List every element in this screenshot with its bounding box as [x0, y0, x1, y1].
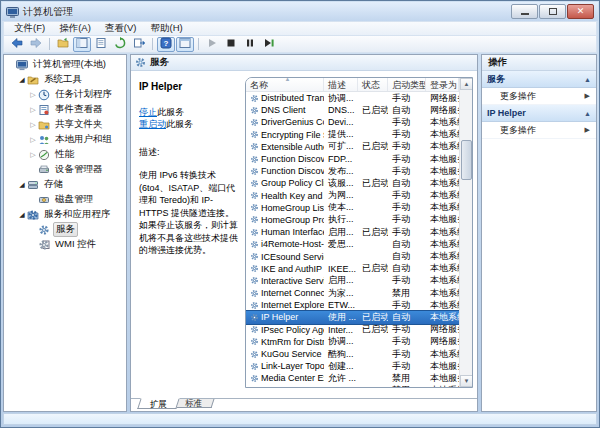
service-row-Group Policy Cli...[interactable]: Group Policy Cli...该服...已启动自动本地系统	[246, 177, 459, 189]
service-row-Health Key and ...[interactable]: Health Key and ...为网...手动本地系统	[246, 190, 459, 202]
refresh-button[interactable]	[111, 37, 129, 52]
maximize-button[interactable]	[539, 4, 566, 19]
service-name: Link-Layer Topol...	[261, 361, 324, 371]
service-name: ICEsound Service	[261, 252, 324, 262]
column-header-1[interactable]: 描述	[324, 78, 358, 91]
scroll-up-icon[interactable]: ▲	[460, 78, 473, 90]
service-startup: 手动	[388, 299, 426, 312]
expanded-arrow-icon[interactable]: ◢	[17, 211, 27, 219]
service-row-Extensible Authe...[interactable]: Extensible Authe...可扩...已启动手动本地系统	[246, 141, 459, 153]
service-row-Media Center Ex...[interactable]: Media Center Ex...允许 ...禁用本地服务	[246, 372, 459, 384]
service-row-Function Discove...[interactable]: Function Discove...发布...手动本地服务	[246, 165, 459, 177]
service-row-DNS Client[interactable]: DNS ClientDNS...已启动自动网络服务	[246, 104, 459, 116]
export-folder-button[interactable]	[54, 37, 72, 52]
tab-扩展[interactable]: 扩展	[137, 398, 180, 409]
service-row-IP Helper[interactable]: IP Helper使用 ...已启动自动本地系统	[246, 311, 459, 323]
service-row-Encrypting File S...[interactable]: Encrypting File S...提供...手动本地系统	[246, 129, 459, 141]
more-actions-item[interactable]: 更多操作▶	[482, 88, 596, 105]
expanded-arrow-icon[interactable]: ◢	[17, 76, 27, 84]
tree-item-计算机管理(本地)[interactable]: 计算机管理(本地)	[4, 57, 126, 72]
scrollbar-thumb[interactable]	[461, 140, 472, 180]
pause-button[interactable]	[241, 37, 259, 52]
collapsed-arrow-icon[interactable]: ▷	[28, 136, 38, 144]
tree-item-存储[interactable]: ◢存储	[4, 177, 126, 192]
collapse-icon[interactable]: ▲	[584, 110, 591, 117]
actions-section-IP Helper[interactable]: IP Helper▲	[482, 105, 596, 122]
more-actions-item[interactable]: 更多操作▶	[482, 122, 596, 139]
tree-item-服务和应用程序[interactable]: ◢服务和应用程序	[4, 207, 126, 222]
expanded-arrow-icon[interactable]: ◢	[17, 181, 27, 189]
service-desc: Micr...	[324, 386, 358, 387]
back-button[interactable]	[8, 37, 26, 52]
service-row-Function Discove...[interactable]: Function Discove...FDP...手动本地服务	[246, 153, 459, 165]
tree-item-系统工具[interactable]: ◢系统工具	[4, 72, 126, 87]
column-header-0[interactable]: ▲名称	[246, 78, 324, 91]
stop-icon	[225, 35, 237, 53]
tree-item-设备管理器[interactable]: 设备管理器	[4, 162, 126, 177]
minimize-button[interactable]	[511, 4, 538, 19]
scroll-down-icon[interactable]: ▼	[460, 375, 473, 387]
service-row-Distributed Tran...[interactable]: Distributed Tran...协调...手动网络服务	[246, 92, 459, 104]
play-button[interactable]	[203, 37, 221, 52]
restart-service-link[interactable]: 重启动	[139, 119, 166, 129]
tree-item-WMI 控件[interactable]: WMI 控件	[4, 237, 126, 252]
service-row-Human Interface...[interactable]: Human Interface...启用...已启动手动本地系统	[246, 226, 459, 238]
actions-section-服务[interactable]: 服务▲	[482, 71, 596, 88]
collapsed-arrow-icon[interactable]: ▷	[28, 91, 38, 99]
tree-item-本地用户和组[interactable]: ▷本地用户和组	[4, 132, 126, 147]
collapse-icon[interactable]: ▲	[584, 76, 591, 83]
service-row-HomeGroup Pro...[interactable]: HomeGroup Pro...执行...手动本地服务	[246, 214, 459, 226]
restart-button[interactable]	[260, 37, 278, 52]
service-row-i4Remote-Host-...[interactable]: i4Remote-Host-...爱思...自动本地系统	[246, 238, 459, 250]
service-row-Interactive Servi...[interactable]: Interactive Servi...启用...手动本地系统	[246, 275, 459, 287]
menu-item-3[interactable]: 帮助(H)	[143, 21, 189, 36]
service-row-IKE and AuthIP I...[interactable]: IKE and AuthIP I...IKEE...已启动自动本地系统	[246, 263, 459, 275]
service-row-Link-Layer Topol...[interactable]: Link-Layer Topol...创建...手动本地服务	[246, 360, 459, 372]
menu-item-1[interactable]: 操作(A)	[52, 21, 98, 36]
collapsed-arrow-icon[interactable]: ▷	[28, 106, 38, 114]
service-startup: 手动	[388, 153, 426, 166]
service-startup: 自动	[388, 177, 426, 190]
tree-item-共享文件夹[interactable]: ▷共享文件夹	[4, 117, 126, 132]
menu-item-2[interactable]: 查看(V)	[98, 21, 144, 36]
titlebar[interactable]: 计算机管理 ✕	[2, 2, 598, 21]
tree-item-事件查看器[interactable]: ▷事件查看器	[4, 102, 126, 117]
service-row-Internet Explore...[interactable]: Internet Explore...ETW...手动本地系统	[246, 299, 459, 311]
stop-button[interactable]	[222, 37, 240, 52]
console-tree-button[interactable]	[73, 37, 91, 52]
actions-pane: 操作 服务▲更多操作▶IP Helper▲更多操作▶	[481, 54, 597, 412]
close-button[interactable]: ✕	[567, 4, 594, 19]
stop-service-link[interactable]: 停止	[139, 107, 157, 117]
export-list-button[interactable]	[130, 37, 148, 52]
svg-text:?: ?	[164, 39, 169, 48]
service-row-IPsec Policy Agent[interactable]: IPsec Policy AgentInter...已启动手动网络服务	[246, 324, 459, 336]
column-header-2[interactable]: 状态	[358, 78, 388, 91]
tree-item-性能[interactable]: ▷性能	[4, 147, 126, 162]
tree-item-服务[interactable]: 服务	[4, 222, 126, 237]
column-header-3[interactable]: 启动类型	[388, 78, 426, 91]
service-row-DriverGenius Co...[interactable]: DriverGenius Co...Devi...手动本地系统	[246, 116, 459, 128]
service-row-KuGou Service[interactable]: KuGou Service酷狗...手动本地系统	[246, 348, 459, 360]
service-row-Microsoft .NET F...[interactable]: Microsoft .NET F...Micr...禁用本地系统	[246, 385, 459, 388]
service-row-Internet Connect...[interactable]: Internet Connect...为家...禁用本地系统	[246, 287, 459, 299]
window-pane-button[interactable]	[176, 37, 194, 52]
service-desc: 可扩...	[324, 140, 358, 153]
column-header-4[interactable]: 登录为	[426, 78, 459, 91]
forward-button[interactable]	[27, 37, 45, 52]
tree-item-任务计划程序[interactable]: ▷任务计划程序	[4, 87, 126, 102]
service-row-HomeGroup List...[interactable]: HomeGroup List...使本...手动本地系统	[246, 202, 459, 214]
properties-button[interactable]	[92, 37, 110, 52]
close-icon: ✕	[577, 7, 585, 16]
collapsed-arrow-icon[interactable]: ▷	[28, 121, 38, 129]
list-rows: Distributed Tran...协调...手动网络服务DNS Client…	[246, 92, 459, 387]
help-icon: ?	[160, 35, 172, 53]
collapsed-arrow-icon[interactable]: ▷	[28, 151, 38, 159]
service-row-ICEsound Service[interactable]: ICEsound Service自动本地系统	[246, 250, 459, 262]
vertical-scrollbar[interactable]: ▲ ▼	[459, 78, 472, 387]
tree-item-磁盘管理[interactable]: 磁盘管理	[4, 192, 126, 207]
service-name: Function Discove...	[261, 154, 324, 164]
service-row-KtmRm for Distri...[interactable]: KtmRm for Distri...协调...手动网络服务	[246, 336, 459, 348]
help-button[interactable]: ?	[157, 37, 175, 52]
menu-item-0[interactable]: 文件(F)	[7, 21, 52, 36]
service-name: HomeGroup Pro...	[261, 215, 324, 225]
